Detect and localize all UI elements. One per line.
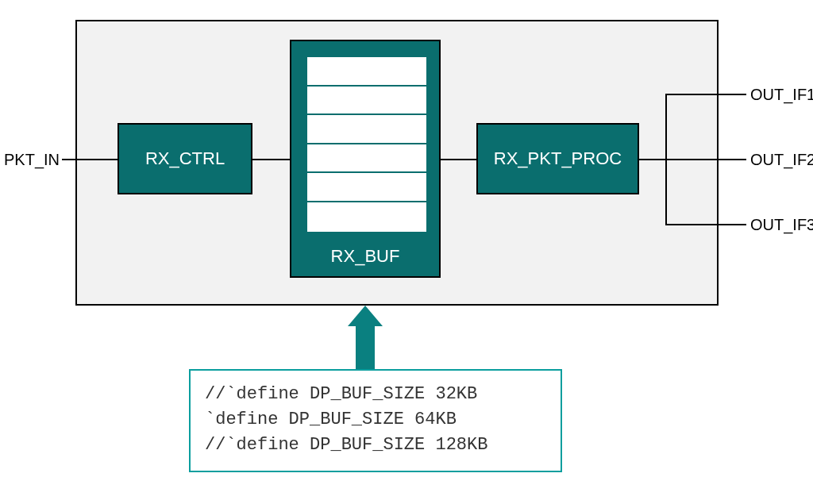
code-line: //`define DP_BUF_SIZE 128KB: [205, 433, 546, 458]
out-if1-label: OUT_IF1: [750, 86, 813, 104]
rx-pkt-proc-block: RX_PKT_PROC: [476, 123, 639, 194]
code-line: //`define DP_BUF_SIZE 32KB: [205, 382, 546, 407]
buf-row: [307, 57, 426, 87]
pkt-in-label: PKT_IN: [4, 151, 60, 169]
wire-proc-out: [639, 159, 746, 160]
rx-buf-label: RX_BUF: [291, 246, 439, 267]
arrow-stem: [356, 326, 375, 370]
wire-bracket-vert: [665, 94, 667, 225]
rx-ctrl-block: RX_CTRL: [118, 123, 252, 194]
code-line: `define DP_BUF_SIZE 64KB: [205, 407, 546, 433]
rx-buf-stack: [307, 57, 426, 232]
out-if3-label: OUT_IF3: [750, 216, 813, 234]
wire-ctrl-to-buf: [252, 159, 290, 160]
block-diagram: PKT_IN RX_CTRL RX_BUF RX_PKT_PROC OUT_IF…: [0, 0, 813, 504]
wire-pkt-in: [62, 159, 118, 160]
rx-ctrl-label: RX_CTRL: [145, 148, 225, 169]
buf-row: [307, 115, 426, 144]
rx-pkt-proc-label: RX_PKT_PROC: [494, 148, 622, 169]
arrow-head-icon: [348, 306, 383, 326]
rx-buf-block: RX_BUF: [290, 40, 441, 278]
buf-row: [307, 87, 426, 116]
buf-row: [307, 144, 426, 174]
wire-buf-to-proc: [441, 159, 476, 160]
code-box: //`define DP_BUF_SIZE 32KB `define DP_BU…: [189, 369, 562, 472]
buf-row: [307, 173, 426, 202]
wire-out-if3: [665, 224, 746, 225]
wire-out-if1: [665, 94, 746, 95]
out-if2-label: OUT_IF2: [750, 151, 813, 169]
buf-row: [307, 202, 426, 232]
